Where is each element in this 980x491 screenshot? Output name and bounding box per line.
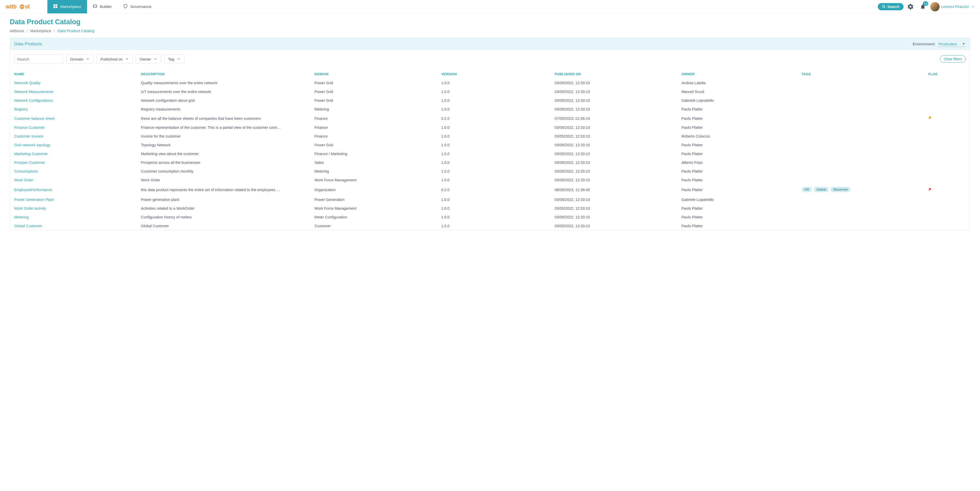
product-domain: Meter Configuration <box>310 213 437 222</box>
column-header[interactable]: NAME <box>10 70 137 78</box>
product-published: 03/05/2022, 12:33:10 <box>550 78 677 87</box>
dropdown-triangle-icon: ▾ <box>963 41 965 46</box>
product-name-link[interactable]: Grid network topology <box>14 143 51 147</box>
product-description: IoT measurements over the entire network <box>137 87 310 96</box>
svg-rect-7 <box>54 7 55 8</box>
product-domain: Finance <box>310 123 437 132</box>
product-domain: Work Force Management <box>310 176 437 185</box>
product-name-link[interactable]: Prospec Customer <box>14 161 45 164</box>
tag-chip[interactable]: Reserved <box>830 187 851 192</box>
product-description: Global Customer <box>137 222 310 230</box>
product-name-link[interactable]: Global Customer <box>14 224 42 228</box>
search-input[interactable] <box>17 57 66 61</box>
product-version: 1.0.0 <box>437 204 550 213</box>
table-row: Customer InvoiceInvoice for the customer… <box>10 132 970 141</box>
product-owner: Paolo Platter <box>677 141 797 150</box>
product-description: Marketing view about the customer <box>137 150 310 158</box>
product-version: 1.0.0 <box>437 195 550 204</box>
filter-label: Published on <box>100 57 123 61</box>
product-domain: Power Grid <box>310 141 437 150</box>
filter-label: Tag <box>168 57 174 61</box>
brand-logo[interactable]: witb st <box>0 0 48 13</box>
product-name-link[interactable]: Work Order <box>14 178 33 182</box>
search-box[interactable] <box>14 54 63 64</box>
product-published: 03/05/2022, 12:33:10 <box>550 176 677 185</box>
global-search-button[interactable]: Search <box>878 3 904 10</box>
product-version: 1.0.0 <box>437 213 550 222</box>
product-name-link[interactable]: Finance Customer <box>14 126 45 129</box>
breadcrumb-item[interactable]: Marketplace <box>30 29 51 33</box>
product-version: 1.0.0 <box>437 123 550 132</box>
nav-marketplace[interactable]: Marketplace <box>48 0 87 13</box>
product-name-link[interactable]: Network Measurements <box>14 90 54 94</box>
product-version: 1.0.0 <box>437 132 550 141</box>
product-flag <box>924 185 970 195</box>
table-row: Finance CustomerFinance representation o… <box>10 123 970 132</box>
top-bar: witb st MarketplaceBuilderGovernance Sea… <box>0 0 980 13</box>
product-name-link[interactable]: Consumptions <box>14 169 38 173</box>
column-header[interactable]: TAGS <box>797 70 924 78</box>
filter-tag[interactable]: Tag <box>164 54 185 64</box>
nav-governance[interactable]: Governance <box>118 0 157 13</box>
product-name-link[interactable]: Metering <box>14 215 29 219</box>
column-header[interactable]: FLAG <box>924 70 970 78</box>
tag-chip[interactable]: Global <box>814 187 829 192</box>
column-header[interactable]: DOMAIN <box>310 70 437 78</box>
product-name-link[interactable]: Power Generation Plant <box>14 198 54 202</box>
product-version: 0.2.0 <box>437 185 550 195</box>
column-header[interactable]: VERSION <box>437 70 550 78</box>
tag-chip[interactable]: HR <box>802 187 812 192</box>
product-name-link[interactable]: Work Order Activity <box>14 206 46 210</box>
user-menu[interactable]: Lorenzo Pirazzini <box>941 5 977 9</box>
product-name-link[interactable]: Marketing Customer <box>14 152 48 156</box>
product-version: 1.0.0 <box>437 167 550 176</box>
nav-builder[interactable]: Builder <box>87 0 118 13</box>
product-domain: Finance / Marketing <box>310 150 437 158</box>
product-name-link[interactable]: Customer balance sheet <box>14 116 54 121</box>
product-domain: Metering <box>310 167 437 176</box>
product-domain: Work Force Management <box>310 204 437 213</box>
product-flag <box>924 158 970 167</box>
product-name-link[interactable]: Network Quality <box>14 81 40 85</box>
column-header[interactable]: OWNER <box>677 70 797 78</box>
table-row: Prospec CustomerProspects across all the… <box>10 158 970 167</box>
product-flag <box>924 96 970 105</box>
column-header[interactable]: PUBLISHED ON <box>550 70 677 78</box>
product-description: Topology Network <box>137 141 310 150</box>
table-row: Marketing CustomerMarketing view about t… <box>10 150 970 158</box>
settings-button[interactable] <box>905 1 916 12</box>
product-owner: Paolo Platter <box>677 213 797 222</box>
breadcrumb-item[interactable]: witboost <box>10 29 24 33</box>
product-flag <box>924 123 970 132</box>
nav-label: Marketplace <box>60 5 81 9</box>
chevron-down-icon <box>86 57 90 61</box>
table-row: ConsumptionsCustomer consumption monthly… <box>10 167 970 176</box>
filter-domain[interactable]: Domain <box>66 54 94 64</box>
filter-owner[interactable]: Owner <box>136 54 161 64</box>
product-name-link[interactable]: Customer Invoice <box>14 134 43 138</box>
table-row: Global CustomerGlobal CustomerCustomer1.… <box>10 222 970 230</box>
notifications-button[interactable]: 14 <box>918 1 928 12</box>
filter-published-on[interactable]: Published on <box>97 54 133 64</box>
card-header: Data Products Environment: Production ▾ <box>10 38 970 50</box>
product-owner: Paolo Platter <box>677 167 797 176</box>
product-description: Netowrk configuration about grid <box>137 96 310 105</box>
environment-select[interactable]: Production ▾ <box>937 41 966 47</box>
chevron-down-icon <box>971 5 975 8</box>
product-published: 03/05/2022, 12:33:10 <box>550 87 677 96</box>
product-name-link[interactable]: Network Configurations <box>14 99 53 102</box>
product-name-link[interactable]: EmployeePerformance <box>14 188 52 192</box>
product-description: this data product represents the entire … <box>137 185 310 195</box>
product-description: Invoice for the customer <box>137 132 310 141</box>
product-tags <box>797 222 924 230</box>
chevron-down-icon <box>125 57 129 61</box>
breadcrumb: witboost/Marketplace/Data Product Catalo… <box>10 29 970 33</box>
svg-text:st: st <box>25 3 30 10</box>
product-flag <box>924 105 970 113</box>
product-name-link[interactable]: Registry <box>14 107 28 111</box>
product-description: Power generation plant <box>137 195 310 204</box>
avatar[interactable] <box>930 2 940 11</box>
clear-filters-button[interactable]: Clear filters <box>940 56 966 62</box>
column-header[interactable]: DESCRIPTION <box>137 70 310 78</box>
svg-text:witb: witb <box>6 3 17 10</box>
